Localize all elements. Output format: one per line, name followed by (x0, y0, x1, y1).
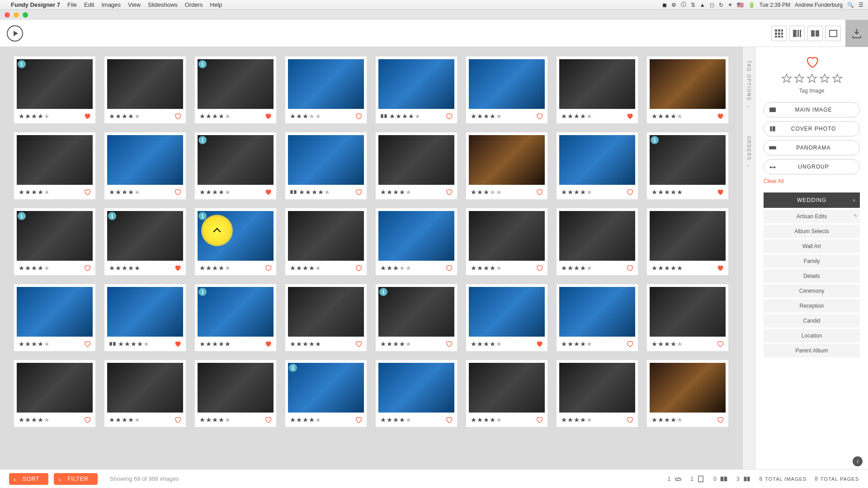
thumb-rating[interactable] (290, 113, 321, 119)
tab-orders[interactable]: ORDERS› (746, 131, 751, 173)
thumb-rating[interactable] (199, 265, 231, 271)
heart-icon[interactable] (264, 188, 272, 196)
heart-icon[interactable] (536, 113, 543, 120)
thumb[interactable] (556, 360, 638, 427)
thumb-rating[interactable] (118, 341, 149, 347)
category-header[interactable]: WEDDING (764, 192, 860, 208)
thumb-image[interactable] (559, 363, 635, 413)
view-columns-button[interactable] (789, 26, 805, 41)
thumb-rating[interactable] (109, 189, 140, 195)
thumb-image[interactable]: 1 (650, 135, 726, 185)
thumb[interactable] (14, 132, 96, 200)
heart-icon[interactable] (174, 340, 181, 347)
thumb-rating[interactable] (651, 265, 683, 271)
thumb-rating[interactable] (471, 265, 502, 271)
thumb-rating[interactable] (561, 341, 592, 347)
thumb-image[interactable] (469, 211, 545, 261)
heart-icon[interactable] (445, 113, 453, 120)
thumb-image[interactable] (17, 135, 93, 185)
heart-icon[interactable] (355, 113, 362, 120)
thumb-image[interactable] (469, 135, 545, 185)
thumb[interactable] (466, 208, 548, 276)
close-button[interactable] (5, 12, 10, 18)
heart-icon[interactable] (84, 340, 91, 347)
thumb-image[interactable] (559, 59, 635, 109)
thumb[interactable]: 1 (375, 284, 458, 352)
heart-icon[interactable] (84, 264, 91, 272)
thumb-rating[interactable] (380, 265, 411, 271)
thumb[interactable] (556, 208, 638, 276)
status-icon[interactable]: ◻ (710, 2, 714, 8)
heart-icon[interactable] (445, 340, 453, 347)
thumb[interactable] (285, 56, 367, 124)
thumb-image[interactable] (650, 59, 726, 109)
thumb[interactable]: 1 (194, 208, 277, 276)
thumb[interactable] (104, 284, 186, 352)
thumb[interactable] (285, 208, 367, 276)
thumb-image[interactable] (198, 363, 274, 413)
search-icon[interactable]: 🔍 (847, 2, 854, 8)
heart-icon[interactable] (264, 113, 272, 120)
heart-icon[interactable] (445, 264, 453, 272)
thumb-rating[interactable] (299, 189, 330, 195)
thumb-rating[interactable] (199, 189, 231, 195)
thumb-image[interactable]: 1 (198, 59, 274, 109)
menu-icon[interactable]: ☰ (859, 2, 863, 8)
status-icon[interactable]: ◼ (662, 2, 667, 8)
tag-btn-ungroup[interactable]: UNGROUP (764, 159, 860, 174)
category-item[interactable]: Album Selects (764, 225, 860, 238)
heart-icon[interactable] (174, 113, 181, 120)
export-button[interactable] (845, 20, 868, 47)
tab-tag-options[interactable]: TAG OPTIONS› (746, 56, 751, 113)
thumb[interactable] (285, 132, 367, 200)
thumb[interactable] (285, 284, 367, 352)
tag-btn-main[interactable]: MAIN IMAGE (764, 102, 860, 117)
thumb-rating[interactable] (290, 265, 321, 271)
thumb-image[interactable] (288, 287, 364, 337)
heart-icon[interactable] (355, 264, 362, 272)
thumb-image[interactable] (288, 135, 364, 185)
thumb-rating[interactable] (199, 113, 231, 119)
play-button[interactable] (7, 25, 23, 42)
heart-icon[interactable] (626, 416, 633, 423)
thumb[interactable] (646, 360, 729, 427)
tag-btn-pano[interactable]: PANORAMA (764, 140, 860, 155)
heart-icon[interactable] (84, 416, 91, 423)
heart-icon[interactable] (355, 188, 362, 196)
thumb[interactable]: 1 (285, 360, 367, 427)
thumb[interactable] (375, 360, 458, 427)
category-item[interactable]: Location (764, 329, 860, 343)
thumb-image[interactable] (378, 363, 454, 413)
menu-images[interactable]: Images (101, 1, 121, 8)
menu-edit[interactable]: Edit (84, 1, 94, 8)
thumb-rating[interactable] (109, 417, 140, 423)
heart-icon[interactable] (174, 416, 181, 423)
image-gallery[interactable]: 1111111111 (0, 47, 742, 469)
thumb-rating[interactable] (561, 417, 592, 423)
thumb-rating[interactable] (19, 417, 50, 423)
thumb-image[interactable] (650, 363, 726, 413)
thumb[interactable]: 1 (194, 284, 277, 352)
menu-slideshows[interactable]: Slideshows (148, 1, 178, 8)
thumb-rating[interactable] (380, 189, 411, 195)
heart-icon[interactable] (174, 188, 181, 196)
thumb-image[interactable]: 1 (198, 287, 274, 337)
thumb-image[interactable] (17, 287, 93, 337)
thumb-image[interactable] (650, 287, 726, 337)
thumb-image[interactable] (378, 135, 454, 185)
heart-icon[interactable] (264, 340, 272, 347)
sort-button[interactable]: SORT (9, 473, 48, 485)
thumb-image[interactable] (559, 211, 635, 261)
thumb-rating[interactable] (651, 113, 683, 119)
heart-icon[interactable] (536, 188, 543, 196)
heart-icon[interactable] (355, 340, 362, 347)
thumb-rating[interactable] (471, 417, 502, 423)
battery-icon[interactable]: 🔋 (748, 2, 755, 8)
heart-icon[interactable] (445, 188, 453, 196)
category-item[interactable]: Parent Album (764, 344, 860, 357)
heart-icon[interactable] (536, 416, 543, 423)
category-item[interactable]: Wall Art (764, 239, 860, 253)
user-name[interactable]: Andrew Funderburg (795, 2, 843, 8)
status-icon[interactable]: ⇅ (691, 2, 695, 8)
status-icon[interactable]: ▲ (700, 2, 705, 8)
